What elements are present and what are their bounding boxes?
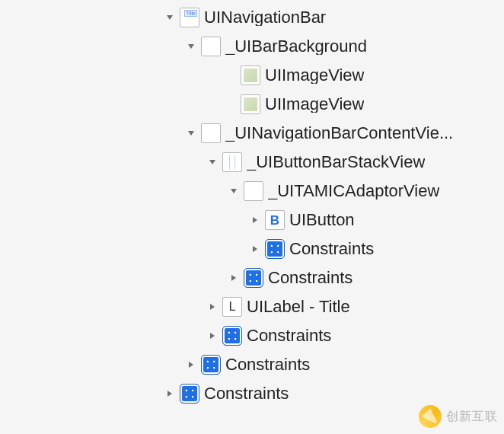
view-icon (201, 123, 221, 143)
tree-row[interactable]: Constraints (0, 379, 504, 408)
disclosure-triangle-icon[interactable] (186, 41, 196, 52)
tree-row[interactable]: _UINavigationBarContentVie... (0, 119, 504, 148)
button-icon: B (265, 210, 285, 230)
tree-row[interactable]: LUILabel - Title (0, 292, 504, 321)
disclosure-triangle-icon[interactable] (207, 330, 218, 341)
image-icon (241, 65, 260, 85)
svg-marker-7 (231, 275, 236, 281)
tree-row[interactable]: UIImageView (0, 90, 504, 119)
navbar-icon (180, 8, 199, 27)
tree-row-label: UIImageView (265, 67, 364, 84)
tree-row[interactable]: _UITAMICAdaptorView (0, 177, 504, 206)
disclosure-triangle-icon[interactable] (250, 215, 260, 225)
disclosure-triangle-icon[interactable] (207, 302, 218, 312)
tree-row-label: _UIButtonBarStackView (247, 154, 425, 171)
tree-row-label: _UITAMICAdaptorView (268, 183, 439, 199)
constraints-icon (201, 355, 221, 375)
tree-row-label: _UINavigationBarContentVie... (225, 125, 453, 142)
tree-row[interactable]: _UIBarBackground (0, 32, 504, 61)
tree-row[interactable]: Constraints (0, 321, 504, 350)
svg-marker-2 (188, 131, 194, 136)
watermark-text: 创新互联 (446, 409, 498, 425)
tree-row[interactable]: Constraints (0, 263, 504, 292)
disclosure-triangle-icon[interactable] (186, 359, 196, 370)
tree-row-label: Constraints (268, 270, 352, 286)
tree-row-label: Constraints (225, 356, 310, 373)
disclosure-triangle-icon[interactable] (207, 157, 218, 168)
disclosure-triangle-icon[interactable] (250, 244, 260, 254)
label-icon: L (222, 297, 242, 317)
svg-marker-5 (253, 217, 257, 223)
view-icon (244, 181, 263, 201)
tree-row-label: Constraints (289, 241, 374, 257)
constraints-icon (180, 384, 199, 404)
watermark: 创新互联 (419, 405, 498, 428)
svg-marker-3 (209, 160, 215, 164)
svg-marker-8 (210, 304, 215, 310)
tree-row[interactable]: BUIButton (0, 206, 504, 235)
constraints-icon (222, 326, 242, 346)
svg-marker-10 (189, 362, 193, 368)
tree-row-label: Constraints (247, 327, 331, 344)
disclosure-triangle-icon[interactable] (228, 273, 239, 283)
watermark-logo-icon (419, 405, 442, 428)
svg-marker-4 (231, 189, 237, 193)
tree-row-label: UINavigationBar (204, 9, 326, 26)
stack-icon (222, 152, 242, 172)
tree-row-label: Constraints (204, 385, 289, 402)
svg-marker-6 (253, 246, 257, 252)
constraints-icon (244, 268, 263, 288)
tree-row-label: UIImageView (265, 96, 364, 113)
tree-row-label: _UIBarBackground (225, 38, 367, 55)
disclosure-triangle-icon[interactable] (186, 128, 196, 139)
disclosure-triangle-icon[interactable] (164, 388, 175, 399)
svg-marker-0 (167, 15, 173, 20)
tree-row[interactable]: Constraints (0, 350, 504, 379)
view-hierarchy-tree: UINavigationBar_UIBarBackgroundUIImageVi… (0, 0, 504, 408)
tree-row[interactable]: _UIButtonBarStackView (0, 148, 504, 177)
svg-marker-11 (167, 391, 172, 397)
image-icon (241, 94, 260, 114)
svg-marker-1 (188, 44, 194, 49)
constraints-icon (265, 239, 285, 259)
disclosure-triangle-icon[interactable] (228, 186, 239, 196)
svg-marker-9 (210, 333, 215, 339)
disclosure-triangle-icon[interactable] (164, 12, 175, 23)
tree-row[interactable]: Constraints (0, 235, 504, 263)
tree-row-label: UILabel - Title (247, 298, 350, 315)
tree-row[interactable]: UIImageView (0, 61, 504, 90)
tree-row-label: UIButton (289, 212, 355, 228)
tree-row[interactable]: UINavigationBar (0, 3, 504, 32)
view-icon (201, 37, 221, 56)
